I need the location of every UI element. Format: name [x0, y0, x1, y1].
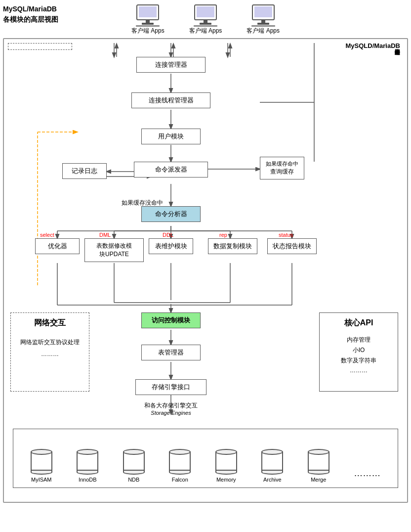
optimizer-box: 优化器: [35, 238, 80, 254]
storage-interface-box: 存储引擎接口: [135, 379, 206, 395]
svg-rect-11: [254, 6, 272, 17]
svg-rect-1: [139, 6, 157, 17]
storage-interact-label: 和各大存储引擎交互 Storage Engines: [126, 401, 215, 416]
status-box: 状态报告模块: [267, 238, 317, 254]
ddl-label: DDL: [163, 230, 173, 239]
access-control-box: 访问控制模块: [141, 312, 201, 328]
rep-box: 数据复制模块: [208, 238, 257, 254]
main-diagram-area: MySQLD/MariaDB: [3, 38, 408, 503]
query-cache-box: 如果缓存命中 查询缓存: [260, 157, 304, 179]
cylinder-falcon: Falcon: [169, 449, 191, 483]
network-box: 网络交互 网络监听交互协议处理 ………: [10, 312, 89, 392]
client-3: 客户端 Apps: [247, 4, 280, 35]
analyzer-box: 命令分析器: [141, 206, 201, 222]
connection-manager-box: 连接管理器: [136, 57, 206, 73]
svg-rect-13: [257, 23, 269, 25]
svg-rect-3: [142, 23, 154, 25]
cylinder-memory: Memory: [215, 449, 237, 483]
cylinder-innodb: InnoDB: [77, 449, 98, 483]
table-manager-box: 表管理器: [141, 345, 201, 360]
diagram-title: MySQL/MariaDB 各模块的高层视图: [3, 4, 58, 25]
cylinder-merge: Merge: [308, 449, 329, 483]
cylinder-myisam: MyISAM: [31, 449, 52, 483]
client-2: 客户端 Apps: [189, 4, 222, 35]
right-cache-label: 查询缓存如果命中返回给客户端: [385, 43, 403, 47]
status-label: status: [279, 230, 293, 239]
ddl-box: 表维护模块: [149, 238, 193, 254]
svg-rect-2: [146, 20, 150, 23]
dispatcher-box: 命令派发器: [134, 162, 208, 177]
dml-box: 表数据修改模 块UPDATE: [84, 238, 144, 262]
storage-engines-box: MyISAM InnoDB NDB: [13, 429, 398, 488]
svg-rect-6: [197, 6, 214, 17]
user-module-box: 用户模块: [141, 129, 201, 144]
select-label: select: [40, 230, 54, 239]
thread-manager-box: 连接线程管理器: [131, 92, 210, 108]
svg-rect-7: [204, 20, 207, 23]
rep-label: rep: [219, 230, 227, 239]
svg-rect-12: [261, 20, 265, 23]
cylinder-ndb: NDB: [123, 449, 145, 483]
core-api-box: 核心API 内存管理 小IO 数字及字符串 ………: [319, 312, 398, 392]
init-module-box: [8, 43, 72, 50]
svg-rect-8: [200, 23, 211, 25]
cylinder-archive: Archive: [261, 449, 283, 483]
log-box: 记录日志: [62, 163, 107, 179]
client-1: 客户端 Apps: [131, 4, 164, 35]
cylinder-more: ………: [354, 468, 380, 483]
dml-label: DML: [99, 230, 111, 239]
